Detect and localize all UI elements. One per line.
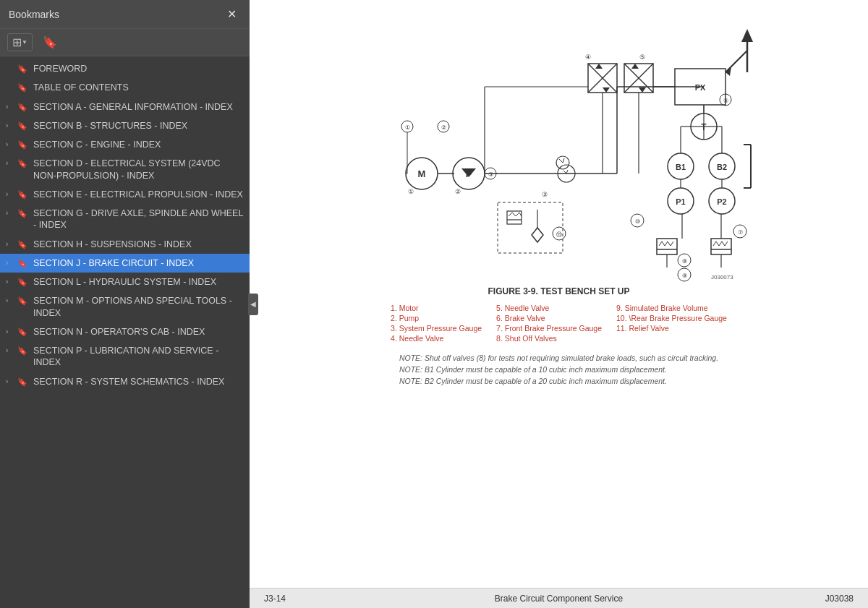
expand-arrow-icon: ›: [6, 140, 16, 149]
main-content: M ① P ② ③: [250, 0, 868, 608]
bookmark-ribbon-icon: 🔖: [17, 208, 29, 218]
expand-arrow-icon: ›: [6, 296, 16, 305]
legend-item: 4. Needle Valve: [391, 334, 482, 343]
svg-text:⑤: ⑤: [639, 53, 645, 61]
expand-arrow-icon: ›: [6, 327, 16, 336]
expand-arrow-icon: ›: [6, 189, 16, 199]
bookmark-item-section-a[interactable]: ›🔖SECTION A - GENERAL INFORMATION - INDE…: [0, 98, 250, 116]
expand-arrow-icon: ›: [6, 121, 16, 130]
bookmark-options-button[interactable]: 🔖: [38, 34, 61, 51]
bookmark-item-section-g[interactable]: ›🔖SECTION G - DRIVE AXLE, SPINDLE AND WH…: [0, 204, 250, 235]
bookmark-list: 🔖FOREWORD🔖TABLE OF CONTENTS›🔖SECTION A -…: [0, 56, 250, 608]
legend-item: 3. System Pressure Gauge: [391, 324, 482, 333]
bookmark-ribbon-icon: 🔖: [17, 258, 29, 268]
svg-text:⑩: ⑩: [634, 218, 639, 225]
bookmark-label: SECTION P - LUBRICATION AND SERVICE - IN…: [33, 345, 244, 369]
footer-bar: J3-14 Brake Circuit Component Service J0…: [250, 588, 868, 608]
svg-rect-57: [657, 239, 677, 254]
svg-rect-59: [711, 239, 731, 254]
expand-arrow-icon: ›: [6, 208, 16, 218]
svg-text:①: ①: [408, 188, 414, 195]
footer-left: J3-14: [264, 594, 461, 604]
bookmark-ribbon-icon: 🔖: [17, 102, 29, 112]
note-2: NOTE: B1 Cylinder must be capable of a 1…: [399, 364, 718, 376]
bookmark-label: SECTION G - DRIVE AXLE, SPINDLE AND WHEE…: [33, 207, 244, 231]
svg-marker-29: [639, 87, 646, 93]
svg-line-94: [563, 158, 564, 163]
bookmark-item-section-d[interactable]: ›🔖SECTION D - ELECTRICAL SYSTEM (24VDC N…: [0, 154, 250, 185]
svg-text:J030073: J030073: [711, 274, 733, 281]
bookmark-item-section-r[interactable]: ›🔖SECTION R - SYSTEM SCHEMATICS - INDEX: [0, 372, 250, 391]
sidebar-header: Bookmarks ✕: [0, 0, 250, 29]
svg-marker-23: [603, 87, 610, 93]
bookmark-ribbon-icon: 🔖: [17, 239, 29, 249]
bookmark-ribbon-icon: 🔖: [17, 296, 29, 306]
collapse-sidebar-button[interactable]: ◀: [248, 294, 258, 315]
svg-rect-65: [498, 202, 563, 253]
bookmark-label: SECTION C - ENGINE - INDEX: [33, 139, 244, 150]
bookmark-item-toc[interactable]: 🔖TABLE OF CONTENTS: [0, 78, 250, 97]
bookmark-label: TABLE OF CONTENTS: [33, 82, 244, 93]
legend-item: 7. Front Brake Pressure Gauge: [496, 324, 602, 333]
svg-text:B2: B2: [716, 163, 726, 171]
bookmark-item-section-n[interactable]: ›🔖SECTION N - OPERATOR'S CAB - INDEX: [0, 322, 250, 341]
svg-text:M: M: [417, 168, 425, 179]
svg-text:②: ②: [441, 124, 446, 131]
note-1: NOTE: Shut off valves (8) for tests not …: [399, 353, 718, 364]
bookmark-item-section-l[interactable]: ›🔖SECTION L - HYDRAULIC SYSTEM - INDEX: [0, 273, 250, 291]
bookmark-item-section-j[interactable]: ›🔖SECTION J - BRAKE CIRCUIT - INDEX: [0, 254, 250, 273]
bookmark-icon: 🔖: [43, 36, 57, 48]
footer-center: Brake Circuit Component Service: [461, 594, 658, 604]
svg-text:⑦: ⑦: [737, 229, 742, 236]
expand-all-button[interactable]: ⊞ ▼: [7, 33, 33, 51]
expand-arrow-icon: ›: [6, 239, 16, 249]
legend-area: 1. Motor 2. Pump 3. System Pressure Gaug…: [391, 304, 727, 343]
notes-area: NOTE: Shut off valves (8) for tests not …: [399, 353, 718, 387]
svg-text:PX: PX: [694, 83, 705, 92]
bookmark-ribbon-icon: 🔖: [17, 82, 29, 93]
expand-arrow-icon: ›: [6, 258, 16, 267]
legend-item: 9. Simulated Brake Volume: [616, 304, 727, 312]
svg-text:③: ③: [542, 191, 548, 198]
bookmark-ribbon-icon: 🔖: [17, 327, 29, 337]
bookmark-item-section-b[interactable]: ›🔖SECTION B - STRUCTURES - INDEX: [0, 116, 250, 135]
legend-item: 6. Brake Valve: [496, 314, 602, 322]
bookmark-label: FOREWORD: [33, 63, 244, 74]
expand-arrow-icon: ›: [6, 377, 16, 386]
bookmark-label: SECTION H - SUSPENSIONS - INDEX: [33, 239, 244, 250]
bookmark-item-section-m[interactable]: ›🔖SECTION M - OPTIONS AND SPECIAL TOOLS …: [0, 291, 250, 322]
bookmark-label: SECTION B - STRUCTURES - INDEX: [33, 120, 244, 132]
sidebar-close-button[interactable]: ✕: [223, 6, 241, 22]
bookmark-label: SECTION A - GENERAL INFORMATION - INDEX: [33, 101, 244, 113]
bookmark-item-section-p[interactable]: ›🔖SECTION P - LUBRICATION AND SERVICE - …: [0, 341, 250, 372]
bookmark-item-foreword[interactable]: 🔖FOREWORD: [0, 59, 250, 78]
sidebar: Bookmarks ✕ ⊞ ▼ 🔖 🔖FOREWORD🔖TABLE OF CON…: [0, 0, 250, 608]
svg-text:①: ①: [404, 124, 409, 131]
expand-arrow-icon: ›: [6, 346, 16, 355]
diagram-title: FIGURE 3-9. TEST BENCH SET UP: [488, 286, 629, 296]
bookmark-label: SECTION R - SYSTEM SCHEMATICS - INDEX: [33, 376, 244, 388]
bookmark-ribbon-icon: 🔖: [17, 189, 29, 200]
bookmark-ribbon-icon: 🔖: [17, 277, 29, 287]
diagram-container: M ① P ② ③: [278, 14, 839, 387]
sidebar-title: Bookmarks: [9, 9, 59, 20]
legend-item: 2. Pump: [391, 314, 482, 322]
expand-dropdown-icon: ▼: [22, 39, 27, 46]
bookmark-item-section-h[interactable]: ›🔖SECTION H - SUSPENSIONS - INDEX: [0, 235, 250, 254]
expand-all-icon: ⊞: [12, 35, 22, 49]
legend-col-1: 1. Motor 2. Pump 3. System Pressure Gaug…: [391, 304, 482, 343]
svg-text:P2: P2: [717, 197, 726, 206]
legend-item: 1. Motor: [391, 304, 482, 312]
svg-marker-28: [631, 64, 639, 69]
legend-item: 10. \Rear Brake Pressure Gauge: [616, 314, 727, 322]
bookmark-label: SECTION D - ELECTRICAL SYSTEM (24VDC NON…: [33, 158, 244, 181]
svg-text:P1: P1: [676, 197, 685, 206]
bookmark-item-section-e[interactable]: ›🔖SECTION E - ELECTRICAL PROPULSION - IN…: [0, 185, 250, 204]
bookmark-item-section-c[interactable]: ›🔖SECTION C - ENGINE - INDEX: [0, 135, 250, 154]
note-3: NOTE: B2 Cylinder must be capable of a 2…: [399, 376, 718, 388]
legend-item: 8. Shut Off Valves: [496, 334, 602, 343]
bookmark-label: SECTION M - OPTIONS AND SPECIAL TOOLS - …: [33, 295, 244, 319]
svg-marker-68: [532, 228, 543, 242]
bookmark-label: SECTION J - BRAKE CIRCUIT - INDEX: [33, 257, 244, 269]
bookmark-ribbon-icon: 🔖: [17, 64, 29, 74]
